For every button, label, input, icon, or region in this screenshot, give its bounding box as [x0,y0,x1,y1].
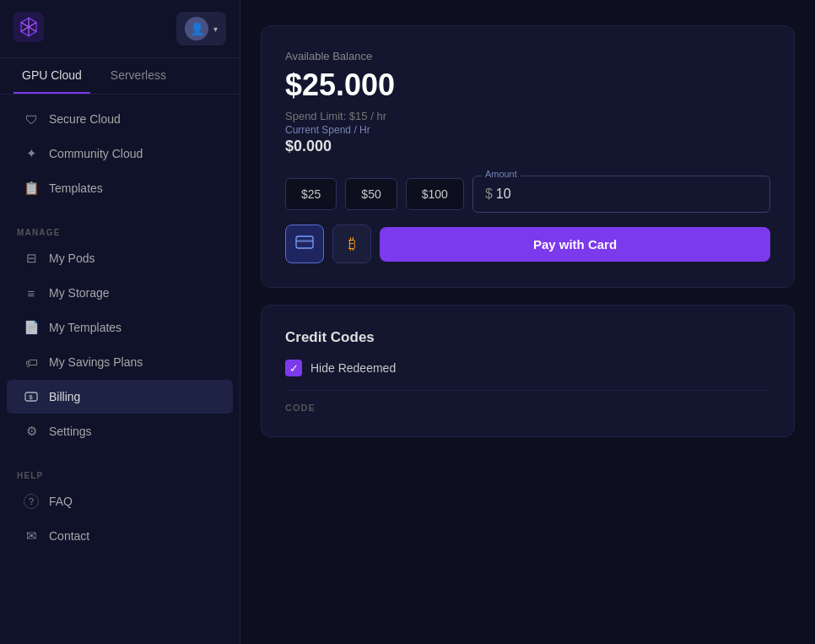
sidebar-item-my-storage[interactable]: ≡ My Storage [7,276,233,310]
user-menu-button[interactable]: 👤 ▾ [176,12,226,46]
current-spend-amount: $0.000 [285,138,770,155]
bitcoin-icon: ₿ [348,235,356,253]
pods-icon: ⊟ [24,251,39,266]
bitcoin-payment-button[interactable]: ₿ [332,225,371,263]
sidebar-item-label: Contact [49,529,89,543]
sidebar-item-faq[interactable]: ? FAQ [7,484,233,518]
my-templates-icon: 📄 [24,320,39,335]
sidebar-item-secure-cloud[interactable]: 🛡 Secure Cloud [7,102,233,136]
sidebar-item-my-pods[interactable]: ⊟ My Pods [7,241,233,275]
quick-amount-25[interactable]: $25 [285,178,337,210]
nav-main: 🛡 Secure Cloud ✦ Community Cloud 📋 Templ… [0,95,240,213]
credit-card-icon [295,235,314,253]
amount-input-wrapper: Amount $ [472,176,770,213]
sidebar-item-label: Settings [49,425,92,438]
manage-section-label: MANAGE [0,219,240,241]
sidebar-item-label: Templates [49,181,103,195]
sidebar-item-billing[interactable]: $ Billing [7,380,233,414]
settings-icon: ⚙ [24,424,39,439]
sidebar-item-label: My Templates [49,321,121,334]
sidebar-item-my-templates[interactable]: 📄 My Templates [7,311,233,344]
quick-amount-50[interactable]: $50 [345,178,397,210]
sidebar-header: 👤 ▾ [0,0,240,58]
amount-row: $25 $50 $100 Amount $ [285,176,770,213]
logo [13,12,44,46]
sidebar-item-label: Billing [49,390,80,403]
sidebar-item-label: Secure Cloud [49,112,121,126]
amount-field-label: Amount [482,169,521,179]
sidebar-tabs: GPU Cloud Serverless [0,58,240,95]
spend-limit: Spend Limit: $15 / hr [285,110,770,122]
savings-icon: 🏷 [24,354,39,370]
templates-icon: 📋 [24,181,39,196]
hide-redeemed-label: Hide Redeemed [310,361,396,375]
sidebar: 👤 ▾ GPU Cloud Serverless 🛡 Secure Cloud … [0,0,240,644]
sparkle-icon: ✦ [24,146,39,161]
chevron-down-icon: ▾ [213,24,218,34]
sidebar-item-community-cloud[interactable]: ✦ Community Cloud [7,137,233,170]
sidebar-item-templates[interactable]: 📋 Templates [7,171,233,205]
avatar: 👤 [185,17,208,41]
pay-with-card-button[interactable]: Pay with Card [380,227,770,262]
quick-amount-100[interactable]: $100 [406,178,464,210]
sidebar-item-settings[interactable]: ⚙ Settings [7,414,233,448]
tab-gpu-cloud[interactable]: GPU Cloud [13,58,90,94]
nav-help: HELP ? FAQ ✉ Contact [0,456,240,560]
nav-manage: MANAGE ⊟ My Pods ≡ My Storage 📄 My Templ… [0,213,240,456]
card-payment-button[interactable] [285,225,324,263]
current-spend-label: Current Spend / Hr [285,124,770,136]
checkmark-icon: ✓ [289,362,299,375]
hide-redeemed-row: ✓ Hide Redeemed [285,360,770,376]
credit-codes-card: Credit Codes ✓ Hide Redeemed CODE [261,305,795,437]
svg-rect-4 [296,240,313,242]
user-icon: 👤 [190,22,204,35]
help-section-label: HELP [0,463,240,484]
svg-text:$: $ [29,393,33,401]
sidebar-item-label: My Savings Plans [49,355,143,369]
payment-row: ₿ Pay with Card [285,225,770,263]
storage-icon: ≡ [24,285,39,300]
faq-icon: ? [24,494,39,509]
shield-icon: 🛡 [24,111,39,127]
amount-input[interactable] [496,176,758,212]
sidebar-item-label: My Pods [49,252,94,265]
credit-codes-title: Credit Codes [285,329,770,346]
code-column-header: CODE [285,390,770,413]
balance-card: Available Balance $25.000 Spend Limit: $… [261,25,795,288]
sidebar-item-contact[interactable]: ✉ Contact [7,519,233,553]
sidebar-item-label: FAQ [49,495,73,508]
sidebar-item-my-savings-plans[interactable]: 🏷 My Savings Plans [7,345,233,379]
main-content: Available Balance $25.000 Spend Limit: $… [240,0,815,644]
dollar-sign: $ [485,187,493,202]
tab-serverless[interactable]: Serverless [102,58,175,94]
billing-icon: $ [24,389,39,404]
sidebar-item-label: My Storage [49,286,110,300]
sidebar-item-label: Community Cloud [49,147,143,160]
balance-label: Available Balance [285,50,770,62]
balance-amount: $25.000 [285,68,770,103]
hide-redeemed-checkbox[interactable]: ✓ [285,360,302,376]
contact-icon: ✉ [24,528,39,544]
